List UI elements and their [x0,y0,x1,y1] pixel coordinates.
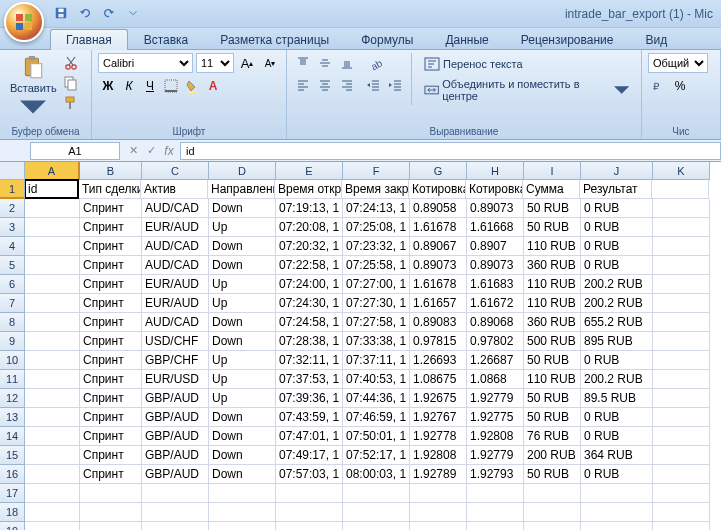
cell[interactable]: 0 RUB [581,199,653,218]
cell[interactable]: 50 RUB [524,199,581,218]
cell[interactable]: 0 RUB [581,465,653,484]
cell[interactable]: Down [209,237,276,256]
name-box[interactable] [30,142,120,160]
number-format-select[interactable]: Общий [648,53,708,73]
cell[interactable]: 200.2 RUB [581,294,653,313]
cell[interactable]: GBP/CHF [142,351,209,370]
cell[interactable] [25,389,80,408]
cell[interactable]: Спринт [80,199,142,218]
qat-dropdown-icon[interactable] [122,4,144,24]
undo-icon[interactable] [74,4,96,24]
cell[interactable]: 07:20:32, 1 [276,237,343,256]
cell[interactable]: 07:37:53, 1 [276,370,343,389]
row-header[interactable]: 5 [0,256,25,275]
cell[interactable] [80,484,142,503]
underline-button[interactable]: Ч [140,76,160,96]
cell[interactable]: 07:28:38, 1 [276,332,343,351]
row-header[interactable]: 16 [0,465,25,484]
col-header-J[interactable]: J [581,162,653,180]
col-header-B[interactable]: B [80,162,142,180]
enter-formula-icon[interactable]: ✓ [142,142,160,160]
cell[interactable] [343,484,410,503]
cell[interactable] [410,522,467,530]
cell[interactable]: GBP/AUD [142,446,209,465]
align-center-icon[interactable] [315,75,335,95]
cell[interactable]: 07:47:01, 1 [276,427,343,446]
save-icon[interactable] [50,4,72,24]
cell[interactable] [142,484,209,503]
cell[interactable] [652,180,709,199]
cell[interactable]: Котировка [466,180,523,199]
cell[interactable]: Спринт [80,370,142,389]
cell[interactable]: Up [209,351,276,370]
cell[interactable]: Спринт [80,332,142,351]
select-all-corner[interactable] [0,162,25,180]
cell[interactable] [25,370,80,389]
cell[interactable]: EUR/USD [142,370,209,389]
cell[interactable]: 07:27:00, 1 [343,275,410,294]
cell[interactable]: Спринт [80,408,142,427]
cell[interactable]: Спринт [80,275,142,294]
cell[interactable]: Спринт [80,256,142,275]
col-header-G[interactable]: G [410,162,467,180]
cell[interactable]: Спринт [80,237,142,256]
row-header[interactable]: 7 [0,294,25,313]
cell[interactable]: 07:19:13, 1 [276,199,343,218]
cell[interactable]: Down [209,446,276,465]
cell[interactable] [410,484,467,503]
cell[interactable]: Спринт [80,218,142,237]
cell[interactable]: USD/CHF [142,332,209,351]
cell[interactable] [209,522,276,530]
increase-indent-icon[interactable] [385,75,405,95]
cell[interactable]: 07:23:32, 1 [343,237,410,256]
cell[interactable]: 07:49:17, 1 [276,446,343,465]
cell[interactable] [25,351,80,370]
col-header-F[interactable]: F [343,162,410,180]
row-header[interactable]: 14 [0,427,25,446]
cell[interactable] [25,522,80,530]
increase-font-icon[interactable]: A▴ [237,53,257,73]
cell[interactable]: 0.89067 [410,237,467,256]
row-header[interactable]: 9 [0,332,25,351]
cell[interactable]: 07:32:11, 1 [276,351,343,370]
cell[interactable]: 1.92779 [467,446,524,465]
cell[interactable]: 07:27:58, 1 [343,313,410,332]
cell[interactable] [25,313,80,332]
cell[interactable]: Спринт [80,427,142,446]
cell[interactable]: 89.5 RUB [581,389,653,408]
cell[interactable] [524,503,581,522]
col-header-C[interactable]: C [142,162,209,180]
cell[interactable]: 1.92778 [410,427,467,446]
row-header[interactable]: 6 [0,275,25,294]
cell[interactable]: 76 RUB [524,427,581,446]
cell[interactable]: Спринт [80,351,142,370]
cell[interactable]: 07:40:53, 1 [343,370,410,389]
cell[interactable] [276,522,343,530]
decrease-font-icon[interactable]: A▾ [260,53,280,73]
tab-вид[interactable]: Вид [629,29,683,50]
cell[interactable]: 07:24:00, 1 [276,275,343,294]
align-top-icon[interactable] [293,53,313,73]
cell[interactable]: 360 RUB [524,313,581,332]
cell[interactable] [25,408,80,427]
col-header-H[interactable]: H [467,162,524,180]
cell[interactable] [653,427,710,446]
tab-главная[interactable]: Главная [50,29,128,50]
cell[interactable] [25,218,80,237]
cell[interactable]: 1.26687 [467,351,524,370]
cell[interactable]: 1.08675 [410,370,467,389]
cell[interactable] [653,218,710,237]
row-header[interactable]: 4 [0,237,25,256]
cell[interactable] [653,370,710,389]
cell[interactable] [25,503,80,522]
row-header[interactable]: 11 [0,370,25,389]
bold-button[interactable]: Ж [98,76,118,96]
cell[interactable]: 07:43:59, 1 [276,408,343,427]
cell[interactable]: Up [209,370,276,389]
cell[interactable]: Down [209,256,276,275]
cell[interactable] [343,503,410,522]
cell[interactable]: 07:24:30, 1 [276,294,343,313]
cell[interactable] [25,237,80,256]
cell[interactable]: 50 RUB [524,389,581,408]
cell[interactable]: GBP/AUD [142,465,209,484]
